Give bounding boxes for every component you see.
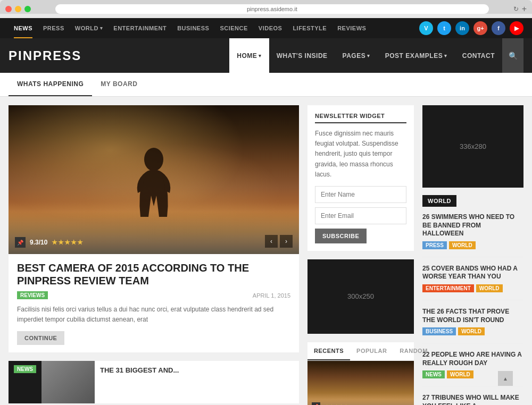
top-navigation: NEWS PRESS WORLD ▾ ENTERTAINMENT BUSINES… bbox=[9, 18, 371, 38]
top-nav-reviews[interactable]: REVIEWS bbox=[332, 18, 371, 38]
browser-controls: pinpress.asidemo.it ↻ + bbox=[5, 4, 527, 14]
recent-article-image: 📌 ★★★★★ bbox=[307, 361, 414, 405]
recents-tab-popular[interactable]: POPULAR bbox=[350, 342, 393, 360]
next-arrow-button[interactable]: › bbox=[280, 235, 293, 248]
top-nav-videos[interactable]: VIDEOS bbox=[253, 18, 288, 38]
rating-bar: 📌 9.3/10 ★★★★★ bbox=[15, 237, 84, 248]
second-article-tag[interactable]: NEWS bbox=[14, 365, 36, 373]
page-content: 📌 9.3/10 ★★★★★ ‹ › BEST CAMERA OF 2015 A… bbox=[0, 97, 532, 405]
person-silhouette bbox=[132, 148, 175, 233]
right-ad-size-label: 336x280 bbox=[460, 142, 486, 150]
facebook-icon[interactable]: f bbox=[492, 21, 505, 35]
top-nav-science[interactable]: SCIENCE bbox=[214, 18, 253, 38]
recent-image-overlay: 📌 ★★★★★ bbox=[307, 399, 414, 405]
tab-whats-happening[interactable]: WHATS HAPPENING bbox=[9, 73, 92, 96]
newsletter-widget: NEWSLETTER WIDGET Fusce dignissim nec ma… bbox=[307, 105, 414, 251]
rating-score: 9.3/10 bbox=[30, 239, 47, 246]
world-tag-3[interactable]: WORLD bbox=[458, 327, 485, 335]
recent-image-bg bbox=[307, 361, 414, 405]
tab-my-board[interactable]: MY BOARD bbox=[92, 73, 146, 96]
minimize-window-button[interactable] bbox=[15, 6, 21, 12]
browser-chrome: pinpress.asidemo.it ↻ + bbox=[0, 0, 532, 14]
name-input[interactable] bbox=[315, 186, 406, 203]
top-nav-entertainment[interactable]: ENTERTAINMENT bbox=[108, 18, 172, 38]
vimeo-icon[interactable]: V bbox=[419, 21, 433, 35]
main-nav-post-examples[interactable]: POST EXAMPLES ▾ bbox=[378, 38, 455, 73]
right-news-item-2: 25 COVER BANDS WHO HAD A WORSE YEAR THAN… bbox=[422, 265, 523, 300]
linkedin-icon[interactable]: in bbox=[455, 21, 469, 35]
featured-image: 📌 9.3/10 ★★★★★ ‹ › bbox=[9, 105, 299, 254]
right-news-item-5: 27 TRIBUNES WHO WILL MAKE YOU FEEL LIKE … bbox=[422, 394, 523, 405]
search-button[interactable]: 🔍 bbox=[502, 38, 523, 73]
article-excerpt: Facilisis nisi felis orci varius tellus … bbox=[17, 305, 290, 325]
press-tag-1[interactable]: PRESS bbox=[422, 241, 447, 249]
google-plus-icon[interactable]: g+ bbox=[473, 21, 487, 35]
right-news-title-1[interactable]: 26 SWIMMERS WHO NEED TO BE BANNED FROM H… bbox=[422, 213, 523, 238]
site-logo[interactable]: PINPRESS bbox=[9, 48, 81, 63]
twitter-icon[interactable]: t bbox=[437, 21, 451, 35]
world-dropdown-icon: ▾ bbox=[100, 26, 103, 31]
email-input[interactable] bbox=[315, 207, 406, 224]
world-tag-4[interactable]: WORLD bbox=[447, 370, 473, 378]
recent-pin-icon: 📌 bbox=[312, 402, 320, 405]
newsletter-widget-text: Fusce dignissim nec mauris feugiat volut… bbox=[315, 129, 406, 180]
second-article-title: THE 31 BIGGEST AND... bbox=[100, 366, 179, 374]
right-news-item-3: THE 26 FACTS THAT PROVE THE WORLD ISN'T … bbox=[422, 308, 523, 343]
recent-article-item: 📌 ★★★★★ THE 31 BIGGEST AND TASTIEST... bbox=[307, 361, 414, 405]
right-news-title-3[interactable]: THE 26 FACTS THAT PROVE THE WORLD ISN'T … bbox=[422, 308, 523, 324]
reviews-tag[interactable]: REVIEWS bbox=[17, 291, 48, 299]
carousel-arrows: ‹ › bbox=[265, 235, 293, 248]
new-tab-button[interactable]: + bbox=[522, 4, 527, 14]
youtube-icon[interactable]: ▶ bbox=[510, 21, 523, 35]
mid-ad-block: 300x250 bbox=[307, 259, 414, 334]
right-news-tags-3: BUSINESS WORLD bbox=[422, 327, 523, 335]
site-header: PINPRESS HOME ▾ WHAT'S INSIDE PAGES ▾ PO… bbox=[0, 38, 532, 73]
right-news-tags-2: ENTERTAINMENT WORLD bbox=[422, 284, 523, 292]
top-nav-news[interactable]: NEWS bbox=[9, 18, 38, 38]
right-news-title-5[interactable]: 27 TRIBUNES WHO WILL MAKE YOU FEEL LIKE … bbox=[422, 394, 523, 405]
main-nav-home[interactable]: HOME ▾ bbox=[229, 38, 269, 73]
top-nav-business[interactable]: BUSINESS bbox=[172, 18, 214, 38]
post-examples-dropdown-icon: ▾ bbox=[444, 53, 447, 58]
main-nav-pages[interactable]: PAGES ▾ bbox=[335, 38, 378, 73]
main-nav-contact[interactable]: CONTACT bbox=[455, 38, 502, 73]
rating-stars: ★★★★★ bbox=[52, 239, 84, 246]
world-section-label: WORLD bbox=[422, 195, 456, 207]
featured-article-meta: REVIEWS APRIL 1, 2015 bbox=[17, 291, 290, 299]
refresh-button[interactable]: ↻ bbox=[513, 5, 519, 13]
right-ad-block: 336x280 bbox=[422, 105, 523, 188]
right-news-title-4[interactable]: 22 PEOPLE WHO ARE HAVING A REALLY ROUGH … bbox=[422, 351, 523, 367]
subscribe-button[interactable]: SUBSCRIBE bbox=[315, 229, 367, 243]
top-bar: NEWS PRESS WORLD ▾ ENTERTAINMENT BUSINES… bbox=[0, 18, 532, 38]
continue-button[interactable]: CONTINUE bbox=[17, 331, 64, 345]
main-nav-whats-inside[interactable]: WHAT'S INSIDE bbox=[269, 38, 335, 73]
recents-tab-recents[interactable]: RECENTS bbox=[307, 342, 350, 360]
right-column: 336x280 WORLD 26 SWIMMERS WHO NEED TO BE… bbox=[422, 105, 523, 405]
world-tag-1[interactable]: WORLD bbox=[449, 241, 476, 249]
recents-tabs: RECENTS POPULAR RANDOM bbox=[307, 342, 414, 361]
main-navigation: HOME ▾ WHAT'S INSIDE PAGES ▾ POST EXAMPL… bbox=[229, 38, 523, 73]
article-date: APRIL 1, 2015 bbox=[253, 292, 290, 299]
pin-icon: 📌 bbox=[15, 237, 26, 248]
world-tag-2[interactable]: WORLD bbox=[476, 284, 503, 292]
news-tag-4[interactable]: NEWS bbox=[422, 370, 445, 378]
news-tag-label: NEWS bbox=[9, 361, 41, 403]
left-column: 📌 9.3/10 ★★★★★ ‹ › BEST CAMERA OF 2015 A… bbox=[9, 105, 299, 405]
address-bar[interactable]: pinpress.asidemo.it bbox=[55, 4, 489, 14]
right-news-tags-1: PRESS WORLD bbox=[422, 241, 523, 249]
recents-widget: RECENTS POPULAR RANDOM 📌 ★★★★★ THE 31 BI… bbox=[307, 342, 414, 405]
right-news-title-2[interactable]: 25 COVER BANDS WHO HAD A WORSE YEAR THAN… bbox=[422, 265, 523, 281]
entertainment-tag-2[interactable]: ENTERTAINMENT bbox=[422, 284, 474, 292]
top-nav-world[interactable]: WORLD ▾ bbox=[70, 18, 109, 38]
second-article: NEWS THE 31 BIGGEST AND... bbox=[9, 361, 299, 403]
right-news-item-1: 26 SWIMMERS WHO NEED TO BE BANNED FROM H… bbox=[422, 213, 523, 257]
close-window-button[interactable] bbox=[5, 6, 12, 12]
middle-column: NEWSLETTER WIDGET Fusce dignissim nec ma… bbox=[307, 105, 414, 405]
top-nav-lifestyle[interactable]: LIFESTYLE bbox=[287, 18, 332, 38]
maximize-window-button[interactable] bbox=[24, 6, 31, 12]
prev-arrow-button[interactable]: ‹ bbox=[265, 235, 278, 248]
social-icons: V t in g+ f ▶ bbox=[419, 21, 523, 35]
second-article-image bbox=[41, 361, 95, 403]
top-nav-press[interactable]: PRESS bbox=[38, 18, 70, 38]
business-tag-3[interactable]: BUSINESS bbox=[422, 327, 456, 335]
